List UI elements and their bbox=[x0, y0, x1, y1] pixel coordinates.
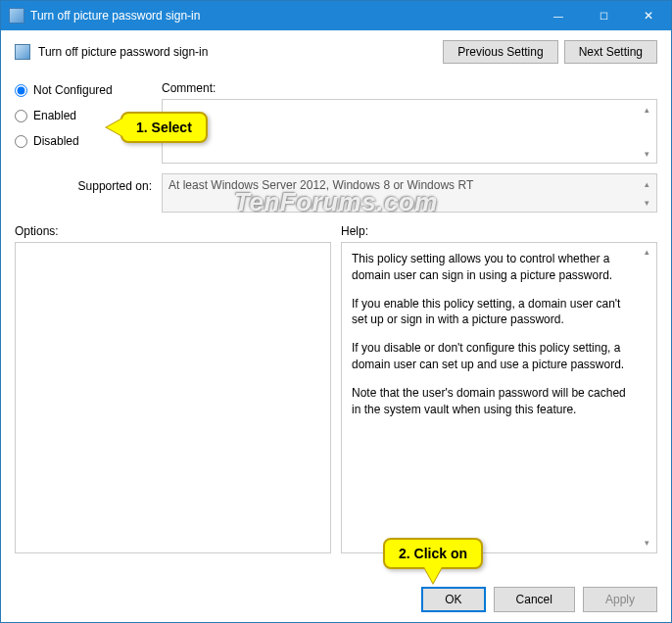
supported-textbox: At least Windows Server 2012, Windows 8 … bbox=[162, 173, 657, 213]
nav-buttons: Previous Setting Next Setting bbox=[443, 40, 657, 64]
radio-disabled-label: Disabled bbox=[33, 134, 79, 148]
options-column: Options: bbox=[15, 224, 331, 553]
help-paragraph: This policy setting allows you to contro… bbox=[352, 251, 637, 284]
cancel-button[interactable]: Cancel bbox=[494, 587, 575, 612]
callout-select: 1. Select bbox=[120, 112, 208, 143]
scroll-down-icon[interactable]: ▾ bbox=[640, 536, 654, 551]
titlebar: Turn off picture password sign-in — ☐ ✕ bbox=[1, 1, 671, 30]
comment-textbox[interactable]: ▴ ▾ bbox=[162, 99, 657, 164]
previous-setting-button[interactable]: Previous Setting bbox=[443, 40, 557, 64]
close-button[interactable]: ✕ bbox=[626, 1, 671, 30]
scroll-up-icon[interactable]: ▴ bbox=[640, 102, 654, 117]
next-setting-button[interactable]: Next Setting bbox=[564, 40, 657, 64]
radio-disabled-input[interactable] bbox=[15, 135, 27, 148]
lower-panels: Options: Help: This policy setting allow… bbox=[15, 224, 657, 553]
footer-buttons: OK Cancel Apply bbox=[421, 587, 657, 612]
scroll-down-icon: ▾ bbox=[640, 195, 654, 210]
options-label: Options: bbox=[15, 224, 331, 238]
callout-click: 2. Click on bbox=[383, 538, 483, 569]
maximize-button[interactable]: ☐ bbox=[581, 1, 626, 30]
radio-enabled-input[interactable] bbox=[15, 110, 27, 122]
supported-row: Supported on: At least Windows Server 20… bbox=[15, 173, 657, 213]
radio-not-configured-label: Not Configured bbox=[33, 83, 113, 97]
help-paragraph: If you enable this policy setting, a dom… bbox=[352, 296, 637, 329]
app-icon bbox=[9, 8, 24, 24]
scroll-down-icon[interactable]: ▾ bbox=[640, 146, 654, 161]
minimize-button[interactable]: — bbox=[536, 1, 581, 30]
header-left: Turn off picture password sign-in bbox=[15, 44, 208, 60]
comment-area: Comment: ▴ ▾ bbox=[162, 81, 657, 164]
help-label: Help: bbox=[341, 224, 657, 238]
content-area: Turn off picture password sign-in Previo… bbox=[1, 30, 671, 553]
scroll-up-icon: ▴ bbox=[640, 176, 654, 191]
apply-button[interactable]: Apply bbox=[583, 587, 657, 612]
radio-not-configured[interactable]: Not Configured bbox=[15, 83, 152, 97]
comment-label: Comment: bbox=[162, 81, 657, 95]
ok-button[interactable]: OK bbox=[421, 587, 485, 612]
window-controls: — ☐ ✕ bbox=[536, 1, 671, 30]
window-title: Turn off picture password sign-in bbox=[30, 9, 536, 23]
options-panel bbox=[15, 242, 331, 553]
help-panel: This policy setting allows you to contro… bbox=[341, 242, 657, 553]
help-paragraph: If you disable or don't configure this p… bbox=[352, 340, 637, 373]
radio-enabled-label: Enabled bbox=[33, 109, 76, 122]
scroll-up-icon[interactable]: ▴ bbox=[640, 245, 654, 260]
radio-not-configured-input[interactable] bbox=[15, 84, 27, 97]
help-column: Help: This policy setting allows you to … bbox=[341, 224, 657, 553]
policy-icon bbox=[15, 44, 30, 60]
header-row: Turn off picture password sign-in Previo… bbox=[15, 40, 657, 64]
policy-title: Turn off picture password sign-in bbox=[38, 45, 208, 59]
supported-text: At least Windows Server 2012, Windows 8 … bbox=[168, 178, 473, 192]
supported-label: Supported on: bbox=[15, 173, 152, 193]
help-paragraph: Note that the user's domain password wil… bbox=[352, 385, 637, 418]
